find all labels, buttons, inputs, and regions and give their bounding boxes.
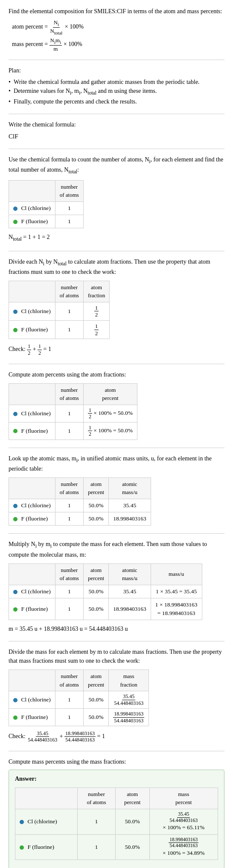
table5-col-atoms: numberof atoms xyxy=(55,563,83,585)
cl-element-cell: Cl (chlorine) xyxy=(9,585,55,598)
table3-col-element xyxy=(9,383,55,405)
cl-pct: 12 × 100% = 50.0% xyxy=(83,405,137,422)
f-dot xyxy=(13,607,17,612)
cl-pct: 50.0% xyxy=(83,691,108,709)
cl-mass: 35.45 xyxy=(109,499,151,512)
f-pct: 50.0% xyxy=(83,512,108,526)
table4-col-atoms: numberof atoms xyxy=(55,477,83,499)
table2-intro: Divide each Ni by Ntotal to calculate at… xyxy=(9,257,224,276)
plan-list: Write the chemical formula and gather at… xyxy=(9,78,224,106)
cl-atoms: 1 xyxy=(55,405,83,422)
cl-label: Cl (chlorine) xyxy=(21,308,50,314)
cl-label: Cl (chlorine) xyxy=(21,205,50,211)
table6-intro: Divide the mass for each element by m to… xyxy=(9,647,224,665)
check-line-6: Check: 35.4554.448403163 + 18.9984031635… xyxy=(9,730,224,743)
table3-col-atoms: numberof atoms xyxy=(55,383,83,405)
table-row: F (fluorine) 1 50.0% 18.99840316354.4484… xyxy=(9,709,149,726)
page-title: Find the elemental composition for SMILE… xyxy=(9,7,224,16)
f-atoms: 1 xyxy=(55,215,83,228)
f-dot xyxy=(20,845,24,850)
f-massu: 1 × 18.998403163= 18.998403163 xyxy=(151,598,202,620)
cl-atoms: 1 xyxy=(55,201,83,215)
cl-label: Cl (chlorine) xyxy=(21,588,50,595)
plan-label: Plan: xyxy=(9,66,224,75)
cl-dot xyxy=(13,504,17,508)
cl-label: Cl (chlorine) xyxy=(27,818,57,825)
f-atoms: 1 xyxy=(55,512,83,526)
f-element-cell: F (fluorine) xyxy=(15,834,78,860)
table5-col-pct: atompercent xyxy=(83,563,108,585)
f-element-cell: F (fluorine) xyxy=(9,215,55,228)
table2-col-atoms: numberof atoms xyxy=(55,281,83,302)
table5: numberof atoms atompercent atomicmass/u … xyxy=(9,563,202,621)
table7-col-atoms: numberof atoms xyxy=(78,788,116,809)
f-element-cell: F (fluorine) xyxy=(9,709,55,726)
f-label: F (fluorine) xyxy=(21,428,48,434)
table-row: F (fluorine) 1 50.0% 18.998403163 xyxy=(9,512,151,526)
cl-atom-pct: 50.0% xyxy=(115,809,149,834)
check-line-2: Check: 12 + 12 = 1 xyxy=(9,343,224,356)
table3-col-pct: atompercent xyxy=(83,383,137,405)
table1-intro: Use the chemical formula to count the nu… xyxy=(9,155,224,176)
table3-intro: Compute atom percents using the atom fra… xyxy=(9,370,224,379)
table-row: Cl (chlorine) 1 12 xyxy=(9,302,110,320)
cl-element-cell: Cl (chlorine) xyxy=(15,809,78,834)
f-label: F (fluorine) xyxy=(27,844,54,850)
f-pct: 50.0% xyxy=(83,598,108,620)
cl-element-cell: Cl (chlorine) xyxy=(9,302,55,320)
table-row: F (fluorine) 1 12 × 100% = 50.0% xyxy=(9,422,137,440)
cl-mass-pct: 35.4554.448403163 × 100% = 65.11% xyxy=(149,809,218,834)
table2-section: Divide each Ni by Ntotal to calculate at… xyxy=(9,257,224,356)
table4-col-element xyxy=(9,477,55,499)
cl-atoms: 1 xyxy=(78,809,116,834)
table5-col-massu: mass/u xyxy=(151,563,202,585)
table2: numberof atoms atomfraction Cl (chlorine… xyxy=(9,281,110,339)
f-atom-pct: 50.0% xyxy=(115,834,149,860)
f-mass-pct: 18.99840316354.448403163 × 100% = 34.89% xyxy=(149,834,218,860)
cl-fraction: 12 xyxy=(83,302,109,320)
f-pct: 12 × 100% = 50.0% xyxy=(83,422,137,440)
cl-dot xyxy=(13,698,17,702)
f-element-cell: F (fluorine) xyxy=(9,321,55,339)
table4-col-mass: atomicmass/u xyxy=(109,477,151,499)
chemical-formula-section: Write the chemical formula: ClF xyxy=(9,120,224,141)
f-dot xyxy=(13,517,17,521)
table1-section: Use the chemical formula to count the nu… xyxy=(9,155,224,243)
table-row: F (fluorine) 1 50.0% 18.99840316354.4484… xyxy=(15,834,218,860)
table6-col-atoms: numberof atoms xyxy=(55,670,83,691)
f-atoms: 1 xyxy=(55,321,83,339)
table7-col-pct: atompercent xyxy=(115,788,149,809)
plan-step-2: Determine values for Ni, mi, Ntotal and … xyxy=(9,86,224,97)
table5-intro: Multiply Ni by mi to compute the mass fo… xyxy=(9,540,224,559)
cl-label: Cl (chlorine) xyxy=(21,696,50,703)
table-row: Cl (chlorine) 1 12 × 100% = 50.0% xyxy=(9,405,137,422)
f-dot xyxy=(13,716,17,720)
cl-frac: 35.4554.448403163 xyxy=(109,691,149,709)
table-row: F (fluorine) 1 12 xyxy=(9,321,110,339)
cl-dot xyxy=(13,412,17,416)
chemical-formula-label: Write the chemical formula: xyxy=(9,120,224,129)
atom-percent-formula: atom percent = NiNtotal × 100% xyxy=(12,19,224,35)
cl-mass-pct-result: × 100% = 65.11% xyxy=(163,824,204,831)
f-element-cell: F (fluorine) xyxy=(9,598,55,620)
ntotal-line: Ntotal = 1 + 1 = 2 xyxy=(9,233,224,243)
f-atoms: 1 xyxy=(55,598,83,620)
cl-mass: 35.45 xyxy=(109,585,151,598)
f-atoms: 1 xyxy=(78,834,116,860)
table6-col-pct: atompercent xyxy=(83,670,108,691)
cl-element-cell: Cl (chlorine) xyxy=(9,499,55,512)
f-atoms: 1 xyxy=(55,422,83,440)
table2-col-element xyxy=(9,281,55,302)
cl-label: Cl (chlorine) xyxy=(21,410,50,417)
f-label: F (fluorine) xyxy=(21,606,48,612)
m-total-line: m = 35.45 u + 18.998403163 u = 54.448403… xyxy=(9,624,224,633)
answer-box: Answer: numberof atoms atompercent massp… xyxy=(9,770,224,868)
answer-label: Answer: xyxy=(15,774,218,783)
f-label: F (fluorine) xyxy=(21,714,48,720)
f-label: F (fluorine) xyxy=(21,326,48,333)
table-row: Cl (chlorine) 1 50.0% 35.4554.448403163 xyxy=(9,691,149,709)
f-fraction: 12 xyxy=(83,321,109,339)
table7-col-element xyxy=(15,788,78,809)
table5-section: Multiply Ni by mi to compute the mass fo… xyxy=(9,540,224,633)
f-atoms: 1 xyxy=(55,709,83,726)
